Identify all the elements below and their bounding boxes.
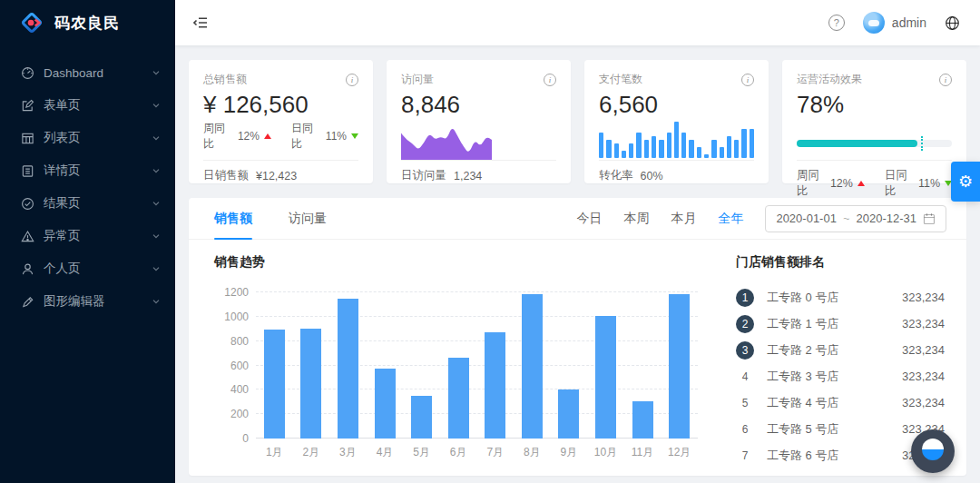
card-payments: 支付笔数 i 6,560 转化率60% — [584, 60, 769, 183]
brand-title: 码农良民 — [54, 13, 120, 34]
bar-8月[interactable] — [522, 294, 543, 439]
range-link-1[interactable]: 本周 — [623, 211, 649, 227]
panel-tabs: 销售额访问量 — [214, 198, 327, 239]
sidebar: 码农良民 Dashboard表单页列表页详情页结果页异常页个人页图形编辑器 — [0, 0, 175, 483]
tab-1[interactable]: 访问量 — [289, 198, 327, 239]
sidebar-item-5[interactable]: 异常页 — [0, 220, 175, 252]
sidebar-item-7[interactable]: 图形编辑器 — [0, 285, 175, 318]
sidebar-item-label: 列表页 — [44, 130, 152, 146]
rank-badge: 3 — [736, 341, 754, 360]
sidebar-item-1[interactable]: 表单页 — [0, 89, 175, 122]
store-sales-value: 323,234 — [902, 396, 945, 409]
calendar-icon — [923, 212, 936, 225]
x-axis-label: 8月 — [524, 445, 541, 460]
store-sales-value: 323,234 — [902, 343, 945, 357]
visits-area-chart — [401, 120, 492, 160]
bar-11月[interactable] — [632, 401, 653, 439]
x-axis-label: 12月 — [668, 445, 691, 460]
card-title: 访问量 — [401, 72, 434, 87]
chevron-down-icon — [152, 232, 161, 241]
bar-5月[interactable] — [411, 396, 432, 439]
dashboard-icon — [20, 65, 34, 80]
info-icon[interactable]: i — [939, 74, 952, 86]
globe-icon[interactable] — [945, 15, 960, 31]
x-axis-label: 4月 — [377, 445, 394, 460]
settings-button[interactable]: ⚙ — [951, 162, 980, 202]
bar-3月[interactable] — [338, 299, 358, 439]
username: admin — [892, 15, 926, 30]
chevron-down-icon — [152, 68, 161, 77]
table-icon — [20, 131, 34, 145]
store-sales-value: 323,234 — [902, 291, 945, 304]
sidebar-item-4[interactable]: 结果页 — [0, 187, 175, 220]
info-icon[interactable]: i — [741, 74, 754, 86]
effect-value: 78% — [797, 89, 952, 120]
store-name: 工专路 2 号店 — [767, 342, 902, 359]
store-name: 工专路 4 号店 — [767, 395, 902, 411]
chevron-down-icon — [152, 199, 161, 208]
bar-1月[interactable] — [264, 330, 285, 439]
tab-0[interactable]: 销售额 — [214, 198, 252, 239]
sidebar-item-label: 个人页 — [44, 261, 152, 277]
rank-badge: 6 — [736, 420, 754, 439]
ranking-row-2: 2工专路 1 号店323,234 — [736, 310, 945, 337]
x-axis-label: 11月 — [632, 445, 653, 460]
rank-badge: 1 — [736, 289, 754, 307]
highlight-icon — [20, 294, 34, 309]
sidebar-item-label: 结果页 — [44, 195, 152, 212]
brand[interactable]: 码农良民 — [0, 0, 175, 45]
bar-9月[interactable] — [558, 389, 579, 439]
date-range-picker[interactable]: 2020-01-01 ~ 2020-12-31 — [765, 205, 946, 232]
ranking-row-6: 6工专路 5 号店323,234 — [736, 416, 945, 442]
question-circle-icon[interactable]: ? — [828, 15, 845, 31]
range-link-3[interactable]: 全年 — [718, 211, 743, 227]
chevron-down-icon — [152, 133, 161, 143]
range-link-0[interactable]: 今日 — [576, 211, 602, 227]
bar-10月[interactable] — [595, 316, 616, 439]
chevron-down-icon — [152, 264, 161, 273]
x-axis-label: 9月 — [561, 445, 578, 460]
y-axis-tick: 1000 — [224, 310, 249, 323]
sidebar-item-3[interactable]: 详情页 — [0, 154, 175, 187]
sidebar-item-label: 图形编辑器 — [44, 293, 152, 310]
info-icon[interactable]: i — [544, 74, 556, 86]
info-icon[interactable]: i — [346, 74, 358, 86]
sidebar-item-label: 详情页 — [44, 163, 152, 179]
x-axis-label: 10月 — [594, 445, 617, 460]
bar-12月[interactable] — [669, 294, 690, 439]
bar-2月[interactable] — [300, 329, 321, 439]
payments-mini-bar-chart — [599, 122, 754, 158]
card-title: 总销售额 — [203, 72, 247, 87]
x-axis-label: 6月 — [450, 445, 467, 460]
warning-icon — [20, 229, 34, 243]
payments-value: 6,560 — [599, 89, 754, 120]
topbar: ? admin — [175, 0, 980, 45]
x-axis-label: 3月 — [339, 445, 357, 460]
chevron-down-icon — [152, 166, 161, 175]
x-axis-label: 2月 — [303, 445, 320, 460]
y-axis-tick: 600 — [230, 360, 249, 372]
bar-7月[interactable] — [485, 332, 505, 439]
sidebar-item-6[interactable]: 个人页 — [0, 252, 175, 285]
menu-fold-icon[interactable] — [175, 0, 226, 45]
rank-badge: 2 — [736, 315, 754, 333]
user-icon — [20, 261, 34, 276]
check-circle-icon — [20, 196, 34, 211]
sidebar-item-2[interactable]: 列表页 — [0, 122, 175, 154]
quick-ranges: 今日本周本月全年 — [576, 211, 743, 227]
user-menu[interactable]: admin — [863, 12, 926, 34]
range-link-2[interactable]: 本月 — [671, 211, 696, 227]
store-name: 工专路 6 号店 — [767, 448, 902, 464]
chart-title: 销售趋势 — [214, 254, 701, 271]
sidebar-item-label: Dashboard — [44, 66, 152, 80]
x-axis-label: 5月 — [413, 445, 430, 460]
theme-switch-button[interactable] — [911, 429, 955, 473]
sidebar-item-dashboard[interactable]: Dashboard — [0, 56, 175, 89]
card-activity-effect: 运营活动效果 i 78% 周同比12% — [782, 60, 966, 183]
logo-icon — [18, 9, 45, 36]
ranking-row-5: 5工专路 4 号店323,234 — [736, 389, 945, 416]
bar-4月[interactable] — [375, 369, 396, 439]
bar-6月[interactable] — [448, 358, 469, 439]
chevron-down-icon — [152, 297, 161, 306]
store-name: 工专路 0 号店 — [767, 290, 902, 306]
